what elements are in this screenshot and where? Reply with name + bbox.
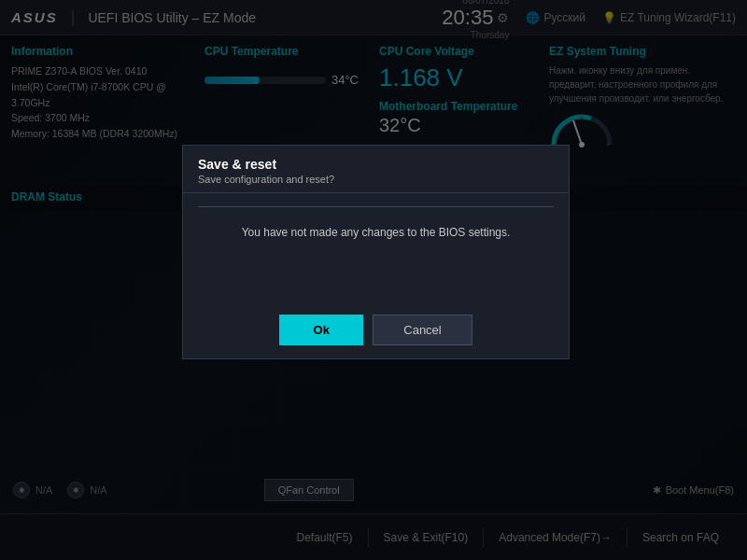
dialog-footer: Ok Cancel <box>183 305 569 358</box>
dialog-message: You have not made any changes to the BIO… <box>198 226 554 239</box>
dialog-subtitle: Save configuration and reset? <box>198 174 554 185</box>
dialog-separator <box>198 206 554 207</box>
dialog-title: Save & reset <box>198 157 554 172</box>
cancel-button[interactable]: Cancel <box>373 315 472 345</box>
dialog-body: You have not made any changes to the BIO… <box>183 193 569 305</box>
save-reset-dialog: Save & reset Save configuration and rese… <box>182 145 570 359</box>
dialog-header: Save & reset Save configuration and rese… <box>183 146 569 193</box>
ok-button[interactable]: Ok <box>279 315 363 345</box>
